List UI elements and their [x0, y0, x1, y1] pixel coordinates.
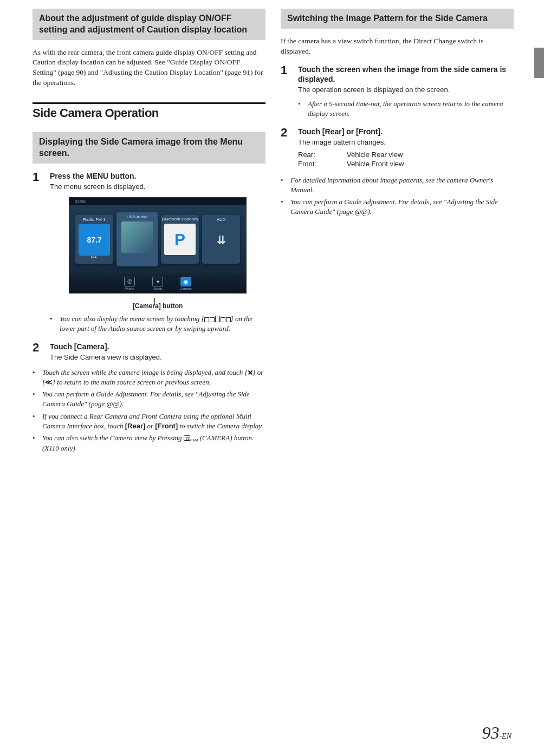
section-title: Side Camera Operation	[33, 106, 265, 120]
right-bullet-1: • For detailed information about image p…	[281, 175, 514, 195]
section-side-camera: Side Camera Operation	[33, 102, 265, 120]
right-step-1: 1 Touch the screen when the image from t…	[281, 64, 514, 119]
right-step1-lead: Touch the screen when the image from the…	[298, 64, 514, 84]
heading-switching-pattern: Switching the Image Pattern for the Side…	[281, 9, 514, 29]
step-1: 1 Press the MENU button. The menu screen…	[33, 171, 265, 334]
right-column: Switching the Image Pattern for the Side…	[281, 9, 514, 453]
tile-usb: USB Audio	[116, 212, 158, 266]
track-indicator: 02/05	[75, 199, 86, 204]
heading-display-side-camera: Displaying the Side Camera image from th…	[33, 132, 265, 164]
step-number: 2	[281, 127, 293, 168]
right-step1-note: • After a 5-second time-out, the operati…	[298, 99, 514, 119]
bottom-icon-camera: ◉Camera	[179, 277, 193, 291]
step-number: 1	[281, 64, 293, 119]
callout-label: [Camera] button	[50, 302, 265, 310]
step-2-lead: Touch [Camera].	[50, 342, 265, 351]
menu-screenshot: 02/05 Radio FM 1 87.7 MHz USB Audio	[69, 197, 247, 294]
bottom-icon-phone: ✆Phone	[122, 277, 137, 291]
right-bullet-2: • You can perform a Guide Adjustment. Fo…	[281, 197, 514, 217]
para-guide-adjustment: As with the rear camera, the front camer…	[33, 48, 265, 89]
def-row-rear: Rear: Vehicle Rear view	[298, 151, 514, 159]
left-column: About the adjustment of guide display ON…	[33, 9, 265, 453]
menu-screenshot-figure: 02/05 Radio FM 1 87.7 MHz USB Audio	[50, 197, 265, 294]
heading-guide-adjustment: About the adjustment of guide display ON…	[33, 9, 265, 40]
right-step-2: 2 Touch [Rear] or [Front]. The image pat…	[281, 127, 514, 168]
back-icon: ≪	[45, 377, 53, 387]
right-step1-sub: The operation screen is displayed on the…	[298, 85, 514, 95]
para-switching: If the camera has a view switch function…	[281, 36, 514, 57]
step-1-sub: The menu screen is displayed.	[50, 182, 265, 192]
tile-aux: AUX ⇊	[202, 215, 240, 264]
callout-line	[154, 298, 155, 305]
page-number: 93-EN	[482, 723, 511, 743]
left-bullet-1: • Touch the screen while the camera imag…	[33, 368, 265, 387]
left-bullet-3: • If you connect a Rear Camera and Front…	[33, 412, 265, 431]
step-1-lead: Press the MENU button.	[50, 171, 265, 181]
definition-table: Rear: Vehicle Rear view Front: Vehicle F…	[298, 151, 514, 168]
right-step2-sub: The image pattern changes.	[298, 138, 514, 147]
left-bullet-2: • You can perform a Guide Adjustment. Fo…	[33, 389, 265, 409]
right-step2-lead: Touch [Rear] or [Front].	[298, 127, 514, 136]
def-row-front: Front: Vehicle Front view	[298, 160, 514, 168]
step1-note: • You can also display the menu screen b…	[50, 314, 265, 334]
tile-bluetooth: Bluetooth Pandora P	[161, 215, 199, 264]
close-icon	[248, 370, 253, 375]
bottom-icon-setup: ✦Setup	[151, 277, 165, 291]
tile-radio: Radio FM 1 87.7 MHz	[75, 215, 113, 264]
page-tab	[534, 48, 544, 78]
tiles-icon	[204, 317, 231, 322]
step-2: 2 Touch [Camera]. The Side Camera view i…	[33, 342, 265, 362]
step-number: 2	[33, 342, 44, 362]
left-bullet-4: • You can also switch the Camera view by…	[33, 433, 265, 453]
step-number: 1	[33, 171, 44, 334]
step-2-sub: The Side Camera view is displayed.	[50, 353, 265, 362]
camera-icon	[184, 435, 190, 441]
